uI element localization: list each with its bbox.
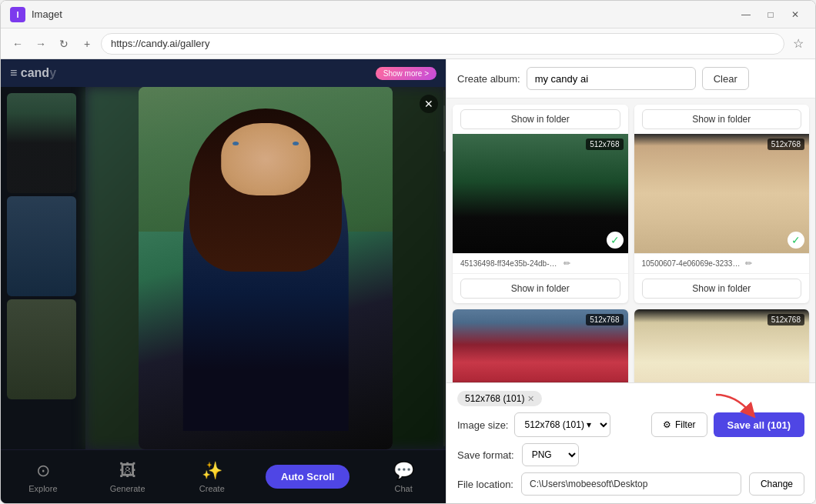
app-window: I Imaget — □ ✕ ← → ↻ + ☆ ≡ candy Show mo… (0, 0, 816, 504)
bookmark-button[interactable]: ☆ (789, 35, 808, 53)
refresh-button[interactable]: ↻ (55, 35, 73, 53)
gallery-logo: ≡ candy (10, 66, 56, 80)
back-button[interactable]: ← (8, 35, 27, 53)
main-image-display (139, 87, 393, 449)
image-card-1-top: Show in folder (453, 105, 628, 134)
size-controls-row: Image size: 512x768 (101) ▾ ⚙ Filter Sav… (457, 412, 804, 437)
image-size-badge-3: 512x768 (586, 314, 623, 325)
image-card-2-top: Show in folder (634, 105, 810, 134)
new-tab-button[interactable]: + (78, 35, 96, 53)
filter-button[interactable]: ⚙ Filter (651, 412, 707, 437)
filter-tag-label: 512x768 (101) (465, 393, 524, 404)
url-input[interactable] (101, 33, 784, 55)
generate-icon: 🖼 (119, 461, 136, 481)
gallery-column-2: Show in folder 512x768 ✓ 10500607-4e0606… (634, 105, 810, 382)
explore-label: Explore (28, 484, 57, 493)
image-card-3[interactable]: 512x768 (453, 309, 628, 382)
show-in-folder-btn-2[interactable]: Show in folder (642, 279, 802, 299)
generate-label: Generate (110, 484, 145, 493)
file-location-label: File location: (457, 479, 513, 490)
edit-filename-icon-1[interactable]: ✏ (564, 259, 570, 269)
image-thumb-1[interactable]: 512x768 ✓ (453, 134, 628, 253)
forward-button[interactable]: → (32, 35, 50, 53)
explore-icon: ⊙ (36, 461, 50, 481)
thumbnail-2[interactable] (7, 196, 76, 296)
clear-button[interactable]: Clear (702, 67, 749, 90)
edit-filename-icon-2[interactable]: ✏ (745, 259, 752, 269)
filter-tag-badge: 512x768 (101) ✕ (457, 391, 542, 406)
app-icon: I (10, 7, 25, 22)
nav-generate[interactable]: 🖼 Generate (97, 461, 159, 493)
file-location-input[interactable] (521, 472, 741, 496)
image-card-1: Show in folder 512x768 ✓ 45136498-ff34e3… (453, 105, 628, 303)
gallery-sidebar (1, 87, 85, 449)
gallery-viewer-panel: ≡ candy Show more > ✕ (1, 59, 446, 503)
image-card-4[interactable]: 512x768 (634, 309, 810, 382)
image-card-2: Show in folder 512x768 ✓ 10500607-4e0606… (634, 105, 810, 303)
image-check-1: ✓ (607, 232, 624, 249)
gallery-center: ✕ (85, 87, 446, 449)
create-album-label: Create album: (457, 73, 520, 85)
album-create-bar: Create album: Clear (446, 59, 815, 98)
image-size-label: Image size: (457, 419, 508, 431)
thumbnail-1[interactable] (7, 93, 76, 193)
bottom-navigation: ⊙ Explore 🖼 Generate ✨ Create Auto Scrol… (1, 449, 446, 503)
image-filename-2: 10500607-4e06069e-3233-4751-b5 ✏ (634, 253, 810, 273)
show-in-folder-btn-1[interactable]: Show in folder (460, 279, 620, 299)
nav-chat[interactable]: 💬 Chat (373, 461, 434, 493)
image-size-badge-1: 512x768 (586, 139, 623, 150)
show-more-badge[interactable]: Show more > (376, 67, 436, 80)
create-icon: ✨ (202, 461, 222, 481)
minimize-button[interactable]: — (735, 7, 757, 22)
close-image-button[interactable]: ✕ (420, 95, 438, 113)
format-row: Save format: PNG JPG WEBP (457, 443, 804, 466)
titlebar: I Imaget — □ ✕ (1, 1, 815, 28)
controls-area: 512x768 (101) ✕ Image size: 512x768 (101… (446, 382, 815, 503)
image-size-badge-2: 512x768 (768, 139, 804, 150)
addressbar: ← → ↻ + ☆ (1, 28, 815, 59)
image-card-1-bottom: Show in folder (453, 273, 628, 303)
arrow-indicator: Save all (101) (714, 412, 804, 437)
window-title: Imaget (32, 8, 729, 20)
image-gallery-grid: Show in folder 512x768 ✓ 45136498-ff34e3… (446, 98, 815, 382)
chat-label: Chat (394, 484, 412, 493)
show-folder-btn-1[interactable]: Show in folder (460, 109, 620, 129)
image-card-2-bottom: Show in folder (634, 273, 810, 303)
remove-filter-button[interactable]: ✕ (527, 394, 534, 404)
create-label: Create (199, 484, 225, 493)
image-check-2: ✓ (788, 232, 804, 249)
gallery-header: ≡ candy Show more > (1, 59, 446, 87)
right-panel: Create album: Clear Show in folder 512x7… (446, 59, 815, 503)
main-content: ≡ candy Show more > ✕ (1, 59, 815, 503)
file-location-row: File location: Change (457, 472, 804, 496)
image-filename-1: 45136498-ff34e35b-24db-4aa1-aec ✏ (453, 253, 628, 273)
image-size-badge-4: 512x768 (768, 314, 804, 325)
auto-scroll-button[interactable]: Auto Scroll (266, 465, 349, 489)
image-thumb-3: 512x768 (453, 309, 628, 382)
gallery-main: ✕ (1, 87, 446, 449)
red-arrow-icon (712, 391, 758, 418)
nav-create[interactable]: ✨ Create (181, 461, 242, 493)
album-name-input[interactable] (527, 67, 696, 90)
close-button[interactable]: ✕ (784, 7, 806, 22)
chat-icon: 💬 (393, 461, 414, 481)
window-controls: — □ ✕ (735, 7, 806, 22)
change-location-button[interactable]: Change (749, 472, 804, 496)
nav-explore[interactable]: ⊙ Explore (12, 461, 74, 493)
image-thumb-4: 512x768 (634, 309, 810, 382)
image-thumb-2[interactable]: 512x768 ✓ (634, 134, 810, 253)
save-format-label: Save format: (457, 449, 514, 461)
filter-icon: ⚙ (663, 419, 671, 430)
maximize-button[interactable]: □ (760, 7, 781, 22)
show-folder-btn-2[interactable]: Show in folder (642, 109, 802, 129)
image-size-select[interactable]: 512x768 (101) ▾ (514, 412, 610, 437)
thumbnail-3[interactable] (7, 299, 76, 399)
format-select[interactable]: PNG JPG WEBP (522, 443, 579, 466)
gallery-column-1: Show in folder 512x768 ✓ 45136498-ff34e3… (453, 105, 628, 382)
